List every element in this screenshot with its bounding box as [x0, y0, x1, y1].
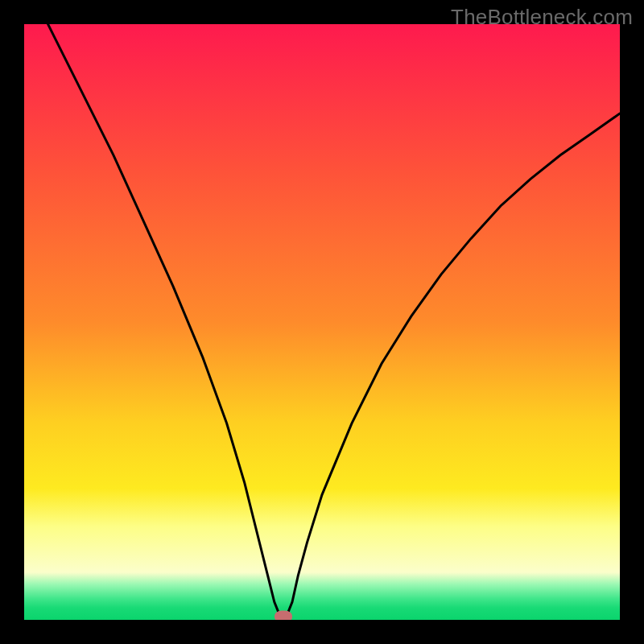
minimum-marker	[275, 611, 292, 620]
bottleneck-curve	[24, 24, 620, 620]
plot-area	[24, 24, 620, 620]
chart-frame: TheBottleneck.com	[0, 0, 644, 644]
